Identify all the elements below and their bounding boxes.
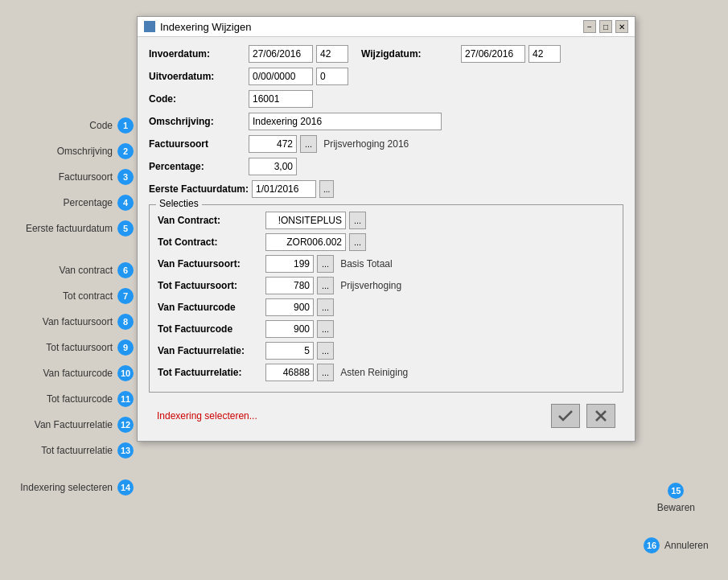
annuleren-button[interactable] [586,404,615,428]
van-factuurrelatie-row: Van Factuurrelatie: ... [158,342,615,360]
annuleren-text: Annuleren [664,540,709,551]
code-row: Code: [149,90,623,108]
tot-contract-row: Tot Contract: ... [158,233,615,251]
tot-contract-dots-button[interactable]: ... [349,233,366,251]
left-labels-column: Code 1 Omschrijving 2 Factuursoort 3 Per… [0,16,137,500]
left-label-factuursoort: Factuursoort [59,171,113,183]
tot-factuurcode-dots-button[interactable]: ... [317,320,334,338]
eerste-calendar-button[interactable]: ... [319,180,334,198]
badge-13: 13 [117,442,134,459]
factuursoort-input[interactable] [249,135,297,153]
badge-7: 7 [117,288,134,304]
wijzigdatum-section: Wijzigdatum: [361,45,561,63]
left-label-tot-factuurcode: Tot factuurcode [47,393,113,405]
left-label-eerste: Eerste factuurdatum [26,223,113,234]
invoerdatum-num-input[interactable] [316,45,348,63]
badge-10: 10 [117,365,134,381]
selecties-title: Selecties [156,198,202,209]
van-contract-input[interactable] [265,212,346,229]
van-factuursoort-row: Van Factuursoort: ... Basis Totaal [158,255,615,273]
uitvoerdatum-date-input[interactable] [249,68,313,85]
minimize-button[interactable]: − [583,20,596,33]
titlebar: Indexering Wijzigen − □ ✕ [138,17,635,37]
van-contract-dots-button[interactable]: ... [349,212,366,229]
tot-factuurrelatie-extra: Asten Reiniging [340,367,408,378]
tot-factuurcode-input[interactable] [265,320,314,338]
tot-factuursoort-input[interactable] [265,277,314,294]
badge-9: 9 [117,339,134,356]
label-row-factuursoort: Factuursoort 3 [0,164,137,190]
left-label-omschrijving: Omschrijving [57,146,113,157]
tot-contract-input[interactable] [265,233,346,251]
window-title: Indexering Wijzigen [160,21,578,33]
badge-4: 4 [117,195,134,211]
badge-2: 2 [117,143,134,159]
badge-11: 11 [117,391,134,407]
main-window: Indexering Wijzigen − □ ✕ Invoerdatum: W… [137,16,635,442]
factuursoort-extra: Prijsverhoging 2016 [323,138,409,150]
van-factuurcode-dots-button[interactable]: ... [317,298,334,316]
group-spacer [0,241,137,257]
van-factuursoort-input[interactable] [265,255,314,273]
bewaren-button[interactable] [551,404,580,428]
bottom-bar: Indexering selecteren... [149,399,623,433]
tot-factuurrelatie-row: Tot Factuurrelatie: ... Asten Reiniging [158,364,615,381]
label-row-tot-factuurrelatie: Tot factuurrelatie 13 [0,438,137,463]
left-label-van-factuurcode: Van factuurcode [43,368,113,379]
percentage-input[interactable] [249,158,297,175]
spacer-bottom [0,463,137,475]
form-area: Invoerdatum: Wijzigdatum: Uitvoerdatum: … [138,37,635,441]
factuursoort-dots-button[interactable]: ... [300,135,317,153]
percentage-row: Percentage: [149,158,623,175]
tot-factuurcode-label: Tot Factuurcode [158,323,262,335]
tot-factuurrelatie-input[interactable] [265,364,314,381]
left-label-van-factuurrelatie: Van Factuurrelatie [35,419,113,430]
label-row-tot-factuursoort: Tot factuursoort 9 [0,335,137,360]
label-row-eerste: Eerste factuurdatum 5 [0,216,137,241]
badge-16: 16 [644,537,660,553]
eerste-label: Eerste Factuurdatum: [149,183,249,195]
left-label-van-contract: Van contract [60,265,113,276]
close-button[interactable]: ✕ [615,20,628,33]
label-row-van-contract: Van contract 6 [0,257,137,283]
label-row-van-factuursoort: Van factuursoort 8 [0,309,137,335]
invoerdatum-date-input[interactable] [249,45,313,63]
annuleren-label-section: 16 Annuleren [644,537,709,553]
badge-6: 6 [117,262,134,278]
x-icon [595,410,607,422]
tot-factuursoort-label: Tot Factuursoort: [158,280,262,291]
left-label-percentage: Percentage [64,197,113,208]
badge-12: 12 [117,417,134,433]
label-row-omschrijving: Omschrijving 2 [0,138,137,164]
van-contract-label: Van Contract: [158,215,262,226]
tot-factuurcode-row: Tot Factuurcode ... [158,320,615,338]
van-factuurrelatie-input[interactable] [265,342,314,360]
indexering-selecteren-link[interactable]: Indexering selecteren... [157,410,545,422]
maximize-button[interactable]: □ [599,20,612,33]
factuursoort-row: Factuursoort ... Prijsverhoging 2016 [149,135,623,153]
invoerdatum-label: Invoerdatum: [149,48,245,60]
right-labels: 15 Bewaren 16 Annuleren [635,16,709,553]
tot-factuursoort-row: Tot Factuursoort: ... Prijsverhoging [158,277,615,294]
wijzigdatum-num-input[interactable] [529,45,561,63]
wijzigdatum-date-input[interactable] [461,45,525,63]
van-factuursoort-dots-button[interactable]: ... [317,255,334,273]
tot-factuursoort-dots-button[interactable]: ... [317,277,334,294]
code-label: Code: [149,93,245,105]
omschrijving-input[interactable] [249,113,442,130]
van-factuurrelatie-dots-button[interactable]: ... [317,342,334,360]
label-row-van-factuurrelatie: Van Factuurrelatie 12 [0,412,137,438]
tot-factuurrelatie-dots-button[interactable]: ... [317,364,334,381]
van-factuurcode-input[interactable] [265,298,314,316]
omschrijving-row: Omschrijving: [149,113,623,130]
omschrijving-label: Omschrijving: [149,116,245,127]
badge-5: 5 [117,220,134,237]
badge-15: 15 [668,483,684,499]
label-row-tot-factuurcode: Tot factuurcode 11 [0,386,137,412]
code-input[interactable] [249,90,313,108]
uitvoerdatum-num-input[interactable] [316,68,348,85]
eerste-date-input[interactable] [252,180,316,198]
label-row-code: Code 1 [0,113,137,138]
left-label-code: Code [89,120,113,131]
invoerdatum-section: Invoerdatum: [149,45,348,63]
